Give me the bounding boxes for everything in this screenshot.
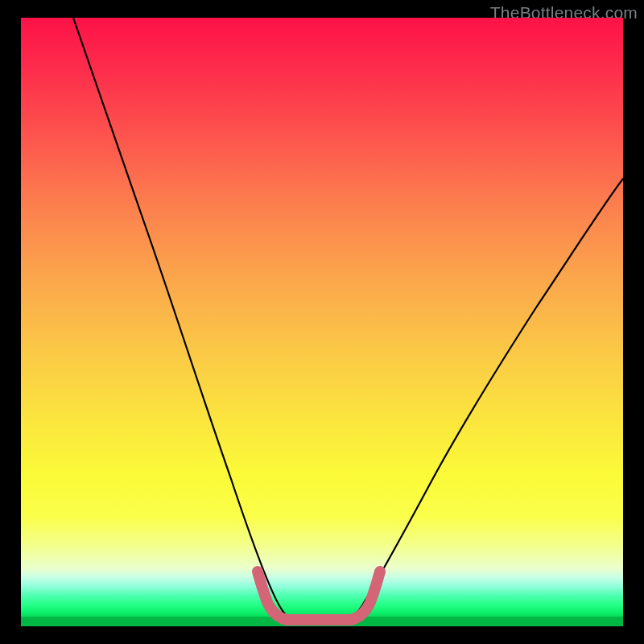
chart-frame: TheBottleneck.com xyxy=(0,0,644,644)
plot-area xyxy=(21,18,623,626)
bottleneck-curve xyxy=(73,18,623,621)
curve-layer xyxy=(21,18,623,626)
valley-highlight xyxy=(258,572,380,620)
